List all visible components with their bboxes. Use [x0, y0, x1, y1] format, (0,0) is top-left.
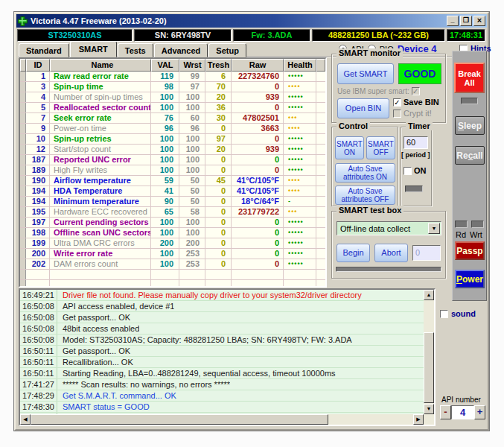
table-row[interactable]: 197Current pending sectors10010000•••••: [20, 218, 325, 228]
autosave-on-button[interactable]: Auto Save attributes ON: [335, 163, 395, 183]
cell-health: •••••: [284, 72, 316, 81]
power-label-u: P: [456, 274, 462, 285]
row-selector[interactable]: [20, 155, 26, 165]
table-row[interactable]: 200Write error rate10025300•••••: [20, 249, 325, 259]
api-number-plus-button[interactable]: +: [474, 405, 485, 419]
row-selector[interactable]: [20, 207, 26, 217]
row-selector[interactable]: [20, 134, 26, 144]
smart-attributes-table[interactable]: ID Name VAL Wrst Tresh Raw Health 1Raw r…: [19, 57, 327, 288]
row-selector[interactable]: [20, 72, 26, 81]
cell-health: •••••: [284, 103, 316, 112]
cell-val: 100: [151, 228, 179, 238]
cell-filler: [316, 249, 325, 259]
cell-name: High Fly writes: [50, 165, 151, 175]
dropdown-arrow-icon[interactable]: ▼: [428, 223, 440, 234]
table-row[interactable]: 1Raw read error rate119996227324760•••••: [20, 72, 325, 82]
drive-model: ST3250310AS: [17, 29, 133, 42]
passp-button[interactable]: Passp: [455, 241, 485, 260]
tab-advanced[interactable]: Advanced: [154, 43, 208, 57]
row-selector[interactable]: [20, 259, 26, 269]
crypt-checkbox[interactable]: [393, 110, 401, 118]
smart-on-button[interactable]: SMART ON: [335, 136, 364, 159]
cell-val: 100: [151, 92, 179, 102]
cell-val: 59: [151, 176, 179, 186]
v-scroll-thumb[interactable]: [424, 332, 434, 403]
row-selector[interactable]: [20, 124, 26, 133]
scroll-right-icon[interactable]: ▶: [413, 414, 424, 425]
table-row[interactable]: 198Offline scan UNC sectors10010000•••••: [20, 228, 325, 238]
close-button[interactable]: ×: [473, 16, 485, 26]
row-selector[interactable]: [20, 218, 26, 227]
scroll-down-icon[interactable]: ▼: [424, 404, 434, 414]
tab-setup[interactable]: Setup: [208, 43, 246, 57]
row-selector[interactable]: [20, 92, 26, 102]
cell-name: Offline scan UNC sectors: [50, 228, 151, 238]
table-row[interactable]: 10Spin-up retries100100970•••••: [20, 134, 325, 145]
row-selector[interactable]: [20, 238, 26, 248]
begin-button[interactable]: Begin: [336, 244, 370, 262]
open-bin-button[interactable]: Open BIN: [337, 98, 389, 118]
cell-filler: [316, 103, 325, 112]
row-selector[interactable]: [20, 165, 26, 175]
row-selector[interactable]: [20, 228, 26, 238]
sound-checkbox[interactable]: [440, 310, 448, 318]
test-counter-field[interactable]: 0: [412, 245, 441, 261]
save-bin-checkbox[interactable]: ✓: [393, 98, 401, 107]
table-row[interactable]: 194HDA Temperature4150041°C/105°F••••: [20, 186, 325, 197]
get-smart-button[interactable]: Get SMART: [337, 63, 394, 84]
row-selector[interactable]: [20, 176, 26, 186]
table-row[interactable]: 199Ultra DMA CRC errors20020000•••••: [20, 238, 325, 249]
timer-period-input[interactable]: 60: [403, 136, 428, 149]
table-row[interactable]: 190Airflow temperature59504541°C/105°F••…: [20, 176, 325, 186]
table-row[interactable]: 9Power-on time969603663••••: [20, 124, 325, 134]
row-selector[interactable]: [20, 82, 26, 92]
table-row[interactable]: 195Hardware ECC recovered65580231779722•…: [20, 207, 325, 218]
row-selector[interactable]: [20, 249, 26, 259]
scroll-left-icon[interactable]: ◀: [20, 414, 31, 425]
tab-tests[interactable]: Tests: [118, 43, 153, 57]
test-select-dropdown[interactable]: Off-line data collect ▼: [336, 221, 441, 235]
ibm-smart-checkbox[interactable]: ✓: [412, 87, 420, 95]
minimize-button[interactable]: _: [447, 16, 459, 26]
cell-id: 190: [26, 176, 50, 186]
cell-empty: [20, 280, 26, 288]
row-selector[interactable]: [20, 103, 26, 112]
table-row[interactable]: 194Minimum temperature9050018°C/64°F-: [20, 197, 325, 207]
timer-on-checkbox[interactable]: [403, 167, 412, 175]
api-number-minus-button[interactable]: -: [440, 405, 451, 419]
row-selector[interactable]: [20, 145, 26, 154]
break-all-button[interactable]: Break All: [454, 63, 485, 93]
table-row[interactable]: 189High Fly writes10010000•••••: [20, 165, 325, 176]
timer-on-row: ON: [403, 166, 427, 175]
log-row: 17:48:29Get S.M.A.R.T. command... OK: [20, 390, 424, 402]
cell-val: 96: [151, 124, 179, 133]
table-row[interactable]: 3Spin-up time9897700••••: [20, 82, 325, 92]
row-selector[interactable]: [20, 113, 26, 123]
h-scroll-thumb[interactable]: [31, 414, 328, 425]
row-selector[interactable]: [20, 186, 26, 196]
cell-val: 100: [151, 155, 179, 165]
cell-empty: [284, 270, 316, 279]
abort-button[interactable]: Abort: [374, 244, 408, 262]
table-row[interactable]: 4Number of spin-up times10010020939•••••: [20, 92, 325, 103]
tab-standard[interactable]: Standard: [19, 43, 69, 57]
power-button[interactable]: Power: [455, 270, 485, 288]
title-bar[interactable]: Victoria 4.47 Freeware (2013-02-20) _ ❐ …: [16, 14, 487, 28]
table-row[interactable]: 5Reallocated sector count100100360•••••: [20, 103, 325, 113]
maximize-button[interactable]: ❐: [460, 16, 472, 26]
table-row[interactable]: 7Seek error rate76603047802501•••: [20, 113, 325, 124]
table-row[interactable]: 202DAM errors count10025300•••••: [20, 259, 325, 270]
scroll-up-icon[interactable]: ▲: [424, 290, 434, 300]
recall-button[interactable]: Recall: [455, 146, 485, 165]
table-row[interactable]: 12Start/stop count10010020939•••••: [20, 145, 325, 155]
table-row[interactable]: 187Reported UNC error10010000•••••: [20, 155, 325, 165]
log-horizontal-scrollbar[interactable]: ◀ ▶: [20, 414, 424, 425]
row-selector[interactable]: [20, 197, 26, 206]
tab-smart[interactable]: SMART: [70, 41, 117, 57]
sleep-button[interactable]: Sleep: [455, 116, 485, 135]
smart-off-button[interactable]: SMART OFF: [366, 136, 395, 159]
cell-id: 189: [26, 165, 50, 175]
cell-wrst: 50: [179, 197, 205, 206]
log-vertical-scrollbar[interactable]: ▲ ▼: [424, 290, 434, 414]
autosave-off-button[interactable]: Auto Save attributes OFF: [335, 186, 395, 205]
